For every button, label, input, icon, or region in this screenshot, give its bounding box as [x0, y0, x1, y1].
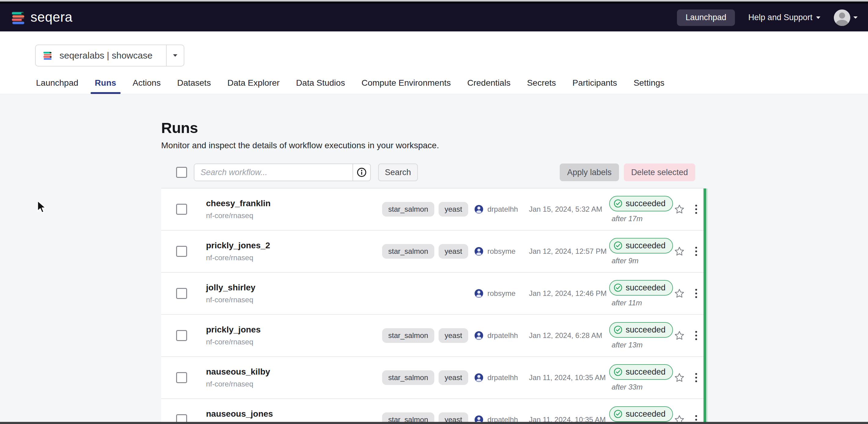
navbar-right: Launchpad Help and Support [677, 9, 858, 26]
run-user: drpatelhh [488, 205, 518, 214]
tab-datasets[interactable]: Datasets [177, 78, 211, 94]
run-pipeline: nf-core/rnaseq [206, 254, 377, 262]
page-subtitle: Monitor and inspect the details of workf… [161, 141, 706, 151]
tab-label: Datasets [177, 78, 211, 88]
kebab-icon [695, 289, 697, 291]
tab-actions[interactable]: Actions [133, 78, 161, 94]
tab-launchpad[interactable]: Launchpad [36, 78, 79, 94]
workspace-dropdown-toggle[interactable] [167, 54, 184, 57]
user-icon [474, 331, 484, 340]
run-label-chip[interactable]: yeast [439, 370, 468, 385]
row-menu-button[interactable] [689, 373, 704, 382]
apply-labels-button[interactable]: Apply labels [560, 163, 619, 181]
chevron-down-icon [816, 17, 820, 19]
run-pipeline: nf-core/rnaseq [206, 296, 377, 304]
run-duration: after 33m [612, 383, 670, 391]
star-button[interactable] [670, 372, 689, 383]
status-label: succeeded [626, 367, 665, 377]
run-label-chip[interactable]: yeast [439, 328, 468, 343]
row-checkbox[interactable] [176, 330, 187, 341]
tab-data-studios[interactable]: Data Studios [296, 78, 345, 94]
launchpad-button[interactable]: Launchpad [677, 9, 735, 26]
run-label-chip[interactable]: star_salmon [382, 328, 434, 343]
tab-settings[interactable]: Settings [633, 78, 664, 94]
star-button[interactable] [670, 330, 689, 341]
star-button[interactable] [670, 246, 689, 257]
row-checkbox[interactable] [176, 288, 187, 299]
check-circle-icon [614, 325, 623, 334]
run-label-chip[interactable]: yeast [439, 244, 468, 259]
help-and-support-label: Help and Support [748, 13, 812, 22]
runs-table: cheesy_franklin nf-core/rnaseq star_salm… [161, 188, 706, 424]
run-pipeline: nf-core/rnaseq [206, 380, 377, 388]
status-label: succeeded [626, 199, 665, 208]
tab-label: Actions [133, 78, 161, 88]
chevron-down-icon [854, 17, 858, 19]
run-label-chip[interactable]: star_salmon [382, 244, 434, 259]
status-badge: succeeded [609, 196, 673, 211]
run-name-link[interactable]: nauseous_kilby [206, 367, 377, 377]
tab-credentials[interactable]: Credentials [467, 78, 510, 94]
seqera-logo[interactable]: seqera [10, 10, 73, 26]
star-icon [674, 204, 685, 215]
run-name-link[interactable]: prickly_jones_2 [206, 241, 377, 251]
kebab-icon [695, 415, 697, 417]
tab-compute-environments[interactable]: Compute Environments [361, 78, 451, 94]
app-window: seqera Launchpad Help and Support [0, 0, 868, 424]
row-checkbox[interactable] [176, 246, 187, 257]
user-icon [474, 289, 484, 298]
search-info-icon[interactable] [352, 164, 370, 181]
row-menu-button[interactable] [689, 247, 704, 256]
tab-participants[interactable]: Participants [572, 78, 617, 94]
row-menu-button[interactable] [689, 205, 704, 214]
delete-selected-button[interactable]: Delete selected [624, 163, 695, 181]
tab-data-explorer[interactable]: Data Explorer [227, 78, 280, 94]
tab-label: Credentials [467, 78, 510, 88]
run-label-chip[interactable]: star_salmon [382, 370, 434, 385]
run-label-chip[interactable]: star_salmon [382, 202, 434, 217]
run-date: Jan 12, 2024, 12:57 PM [526, 247, 603, 256]
user-icon [474, 204, 484, 214]
table-row: prickly_jones_2 nf-core/rnaseq star_salm… [161, 231, 706, 273]
top-navbar: seqera Launchpad Help and Support [0, 4, 868, 31]
row-checkbox[interactable] [176, 204, 187, 215]
run-user: robsyme [488, 247, 516, 256]
run-date: Jan 12, 2024, 6:28 AM [526, 331, 603, 340]
user-icon [474, 247, 484, 256]
search-box [194, 163, 371, 181]
run-name-link[interactable]: prickly_jones [206, 325, 377, 335]
table-row: prickly_jones nf-core/rnaseq star_salmon… [161, 315, 706, 357]
run-name-link[interactable]: jolly_shirley [206, 283, 377, 293]
main-content: Runs Monitor and inspect the details of … [0, 94, 868, 394]
mouse-cursor [36, 200, 50, 215]
row-menu-button[interactable] [689, 331, 704, 340]
tab-label: Compute Environments [361, 78, 451, 88]
search-input[interactable] [194, 164, 352, 181]
help-and-support-menu[interactable]: Help and Support [748, 13, 820, 22]
star-button[interactable] [670, 288, 689, 299]
kebab-icon [695, 205, 697, 206]
run-pipeline: nf-core/rnaseq [206, 338, 377, 346]
tab-runs[interactable]: Runs [95, 78, 116, 94]
row-menu-button[interactable] [689, 289, 704, 298]
check-circle-icon [614, 283, 623, 292]
window-bottom-strip [0, 422, 868, 424]
run-name-link[interactable]: cheesy_franklin [206, 199, 377, 208]
workspace-selector[interactable]: seqeralabs | showcase [35, 44, 184, 66]
workspace-logo-icon [42, 50, 53, 61]
status-badge: succeeded [609, 406, 673, 422]
star-button[interactable] [670, 204, 689, 215]
tab-label: Data Explorer [227, 78, 280, 88]
run-date: Jan 12, 2024, 12:46 PM [526, 289, 603, 298]
tab-secrets[interactable]: Secrets [527, 78, 556, 94]
run-label-chip[interactable]: yeast [439, 202, 468, 217]
kebab-icon [695, 331, 697, 333]
user-menu[interactable] [834, 9, 858, 26]
run-name-link[interactable]: nauseous_jones [206, 409, 377, 419]
row-checkbox[interactable] [176, 372, 187, 383]
runs-toolbar: Search Apply labels Delete selected [161, 163, 706, 181]
table-row: jolly_shirley nf-core/rnaseq robsyme Jan… [161, 273, 706, 315]
search-button[interactable]: Search [378, 163, 418, 181]
star-icon [674, 330, 685, 341]
select-all-checkbox[interactable] [176, 167, 187, 178]
